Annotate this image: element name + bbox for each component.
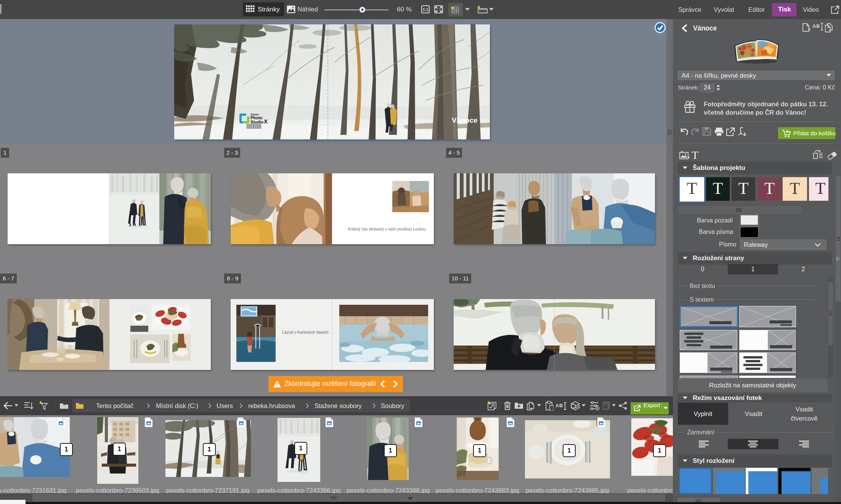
svg-text:Vánoce: Vánoce	[452, 116, 478, 124]
svg-text:X: X	[264, 118, 268, 125]
svg-text:1:1: 1:1	[423, 8, 429, 12]
svg-text:Krásný čas strávený s naší vnu: Krásný čas strávený s naší vnučkou Lucko…	[348, 227, 427, 231]
svg-text:Lázně v Karlových Varech: Lázně v Karlových Varech	[282, 330, 328, 334]
